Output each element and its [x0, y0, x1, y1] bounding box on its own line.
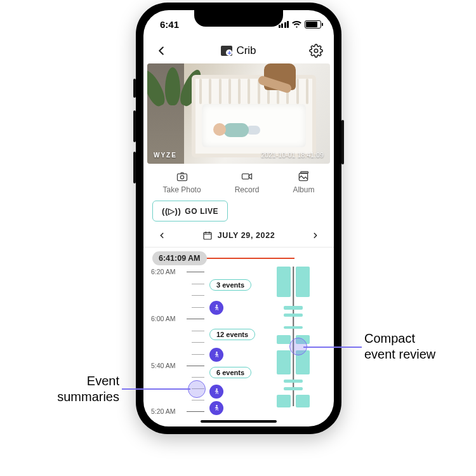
svg-rect-1 — [177, 174, 187, 181]
callout-dot-left — [188, 380, 206, 398]
event-summary-column: 3 events 12 events 6 events — [209, 267, 279, 406]
svg-point-8 — [216, 351, 217, 352]
svg-point-0 — [314, 49, 318, 53]
callout-lead-right — [303, 347, 362, 348]
camera-device-icon — [221, 46, 232, 56]
album-button[interactable]: Album — [293, 170, 314, 194]
record-icon — [240, 170, 254, 183]
svg-point-2 — [180, 176, 183, 179]
ruler-label: 6:20 AM — [151, 268, 176, 275]
svg-rect-6 — [204, 232, 211, 239]
settings-button[interactable] — [307, 42, 325, 60]
battery-icon — [305, 20, 321, 29]
phone-frame: 6:41 Crib — [136, 3, 341, 434]
take-photo-label: Take Photo — [163, 185, 201, 194]
ruler-label: 6:00 AM — [151, 315, 176, 322]
record-label: Record — [235, 185, 260, 194]
album-icon — [296, 170, 310, 183]
camera-feed[interactable]: WYZE 2021-10-01 18:41:09 — [147, 63, 330, 164]
live-icon: ((▷)) — [162, 206, 181, 216]
date-picker: JULY 29, 2022 — [143, 227, 334, 247]
date-next-button[interactable] — [311, 231, 320, 240]
camera-icon — [175, 170, 189, 183]
ruler-label: 5:40 AM — [151, 362, 176, 369]
person-icon[interactable] — [209, 301, 223, 315]
calendar-icon[interactable] — [202, 230, 213, 241]
callout-lead-left — [122, 388, 190, 390]
person-icon[interactable] — [209, 401, 223, 415]
svg-point-10 — [216, 404, 217, 406]
callout-dot-right — [289, 338, 307, 355]
event-chip[interactable]: 3 events — [209, 279, 251, 291]
action-row: Take Photo Record Album — [143, 164, 334, 198]
back-button[interactable] — [152, 42, 170, 60]
current-time-badge: 6:41:09 AM — [152, 251, 207, 265]
go-live-button[interactable]: ((▷)) GO LIVE — [152, 201, 228, 221]
callout-compact-review: Compact event review — [364, 331, 466, 362]
callout-event-summaries: Event summaries — [30, 373, 119, 405]
event-chip[interactable]: 6 events — [209, 367, 251, 378]
home-indicator[interactable] — [201, 420, 277, 423]
notch — [194, 10, 283, 27]
page-title: Crib — [221, 44, 256, 57]
ruler-label: 5:20 AM — [151, 407, 176, 415]
status-time: 6:41 — [160, 19, 179, 30]
compact-event-column[interactable] — [274, 267, 312, 406]
current-time-line — [202, 258, 294, 259]
take-photo-button[interactable]: Take Photo — [163, 170, 201, 194]
album-label: Album — [293, 185, 314, 194]
svg-rect-5 — [301, 172, 308, 174]
person-icon[interactable] — [209, 385, 223, 399]
svg-point-7 — [216, 304, 217, 305]
date-prev-button[interactable] — [157, 231, 166, 240]
date-label: JULY 29, 2022 — [218, 231, 275, 240]
person-icon[interactable] — [209, 348, 223, 362]
svg-point-9 — [216, 388, 217, 389]
record-button[interactable]: Record — [235, 170, 260, 194]
nav-bar: Crib — [143, 38, 334, 63]
screen: 6:41 Crib — [143, 10, 334, 426]
feed-brand: WYZE — [154, 152, 177, 159]
svg-rect-3 — [242, 174, 249, 179]
wifi-icon — [292, 21, 301, 28]
feed-timestamp: 2021-10-01 18:41:09 — [261, 152, 324, 159]
timeline[interactable]: 6:41:09 AM 6:20 AM6:00 AM5:40 AM5:20 AM … — [143, 248, 334, 406]
go-live-label: GO LIVE — [185, 207, 218, 216]
event-chip[interactable]: 12 events — [209, 329, 255, 340]
